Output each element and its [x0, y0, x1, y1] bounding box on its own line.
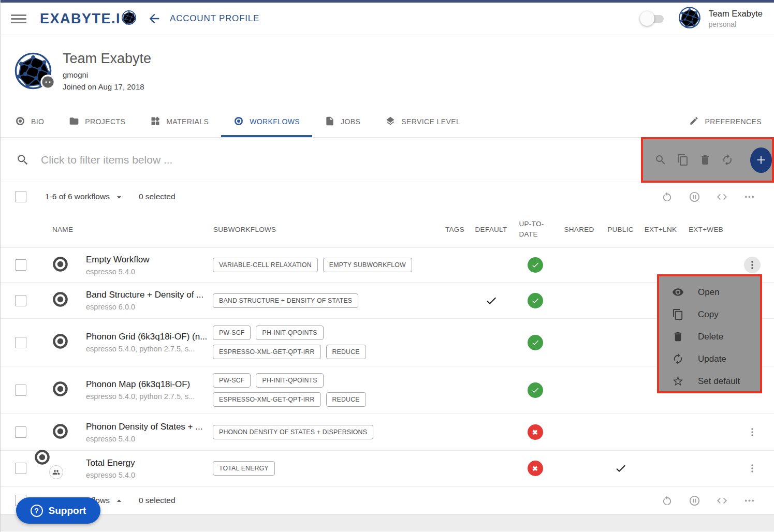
subworkflow-chip: TOTAL ENERGY [213, 461, 275, 476]
exabyte-logo[interactable]: EXABYTE.I [40, 10, 137, 27]
col-name: NAME [31, 226, 210, 233]
workflow-target-icon [31, 290, 73, 311]
col-default: DEFAULT [469, 226, 513, 233]
list-controls-bottom: 1-6 of 6 workflows 0 selected [1, 486, 774, 514]
menu-item-update[interactable]: Update [659, 348, 760, 370]
account-avatar [678, 6, 701, 31]
pagination-dropdown[interactable]: 1-6 of 6 workflows [45, 191, 124, 202]
plus-icon [754, 153, 768, 167]
support-button[interactable]: ? Support [16, 497, 100, 524]
eye-icon [671, 286, 684, 298]
workflow-details: espresso 5.4.0 [86, 435, 210, 443]
more-horiz-icon[interactable] [743, 495, 755, 507]
code-icon[interactable] [716, 191, 728, 203]
profile-avatar [14, 52, 52, 90]
subworkflow-chip: PW-SCF [213, 326, 251, 340]
row-menu-button[interactable] [747, 463, 758, 474]
search-icon[interactable] [654, 154, 667, 166]
undo-icon[interactable] [661, 495, 673, 507]
workflow-details: espresso 5.4.0, python 2.7.5, s... [86, 392, 210, 401]
menu-item-open[interactable]: Open [659, 281, 760, 303]
tab-workflows[interactable]: WORKFLOWS [221, 106, 312, 137]
col-up-to-date: UP-TO-DATE [513, 219, 557, 240]
not-up-to-date-badge: ✖ [528, 424, 543, 440]
up-to-date-badge [528, 335, 543, 350]
selected-count: 0 selected [139, 192, 176, 201]
tabs-bar: BIO PROJECTS MATERIALS WORKFLOWS JOBS SE… [1, 106, 774, 138]
preferences-button[interactable]: PREFERENCES [677, 106, 774, 137]
row-checkbox[interactable] [15, 385, 26, 396]
menu-item-copy[interactable]: Copy [659, 303, 760, 326]
undo-icon[interactable] [661, 191, 673, 203]
menu-item-label: Delete [698, 332, 723, 342]
menu-icon[interactable] [11, 14, 26, 23]
copy-icon [671, 308, 684, 320]
table-header: NAME SUBWORKFLOWS TAGS DEFAULT UP-TO-DAT… [1, 211, 774, 247]
code-icon[interactable] [716, 495, 728, 507]
workflow-name: Empty Workflow [86, 255, 210, 265]
menu-item-set-default[interactable]: Set default [659, 370, 760, 392]
tab-jobs[interactable]: JOBS [312, 106, 373, 137]
menu-item-delete[interactable]: Delete [659, 326, 760, 348]
copy-icon[interactable] [677, 154, 689, 166]
workflow-target-icon [31, 380, 73, 400]
tab-materials[interactable]: MATERIALS [138, 106, 221, 137]
profile-username: gmogni [63, 70, 151, 79]
profile-joined-date: Joined on Aug 17, 2018 [63, 82, 151, 91]
subworkflow-chip: REDUCE [326, 345, 366, 359]
table-row[interactable]: Total Energy espresso 5.4.0 TOTAL ENERGY… [1, 450, 774, 486]
table-row[interactable]: Phonon Density of States + ... espresso … [1, 413, 774, 450]
account-name: Team Exabyte [708, 9, 763, 19]
tab-label: JOBS [341, 117, 360, 126]
pencil-icon [689, 116, 699, 127]
delete-icon[interactable] [699, 154, 711, 166]
pause-icon[interactable] [689, 495, 700, 507]
default-check-icon [485, 294, 498, 307]
tab-bio[interactable]: BIO [3, 106, 56, 137]
workflow-target-icon [31, 422, 73, 442]
more-horiz-icon[interactable] [743, 191, 755, 203]
menu-item-label: Set default [698, 376, 740, 387]
row-checkbox[interactable] [15, 259, 26, 271]
row-menu-button[interactable] [744, 257, 761, 273]
row-checkbox[interactable] [15, 295, 26, 306]
back-arrow-icon[interactable] [147, 11, 162, 26]
menu-item-label: Open [698, 287, 720, 298]
add-button[interactable] [750, 147, 772, 173]
shared-group-icon [49, 465, 63, 479]
account-type: personal [708, 20, 763, 28]
subworkflow-chip: ESPRESSO-XML-GET-QPT-IRR [213, 345, 321, 359]
public-check-icon [615, 462, 627, 475]
subworkflow-chip: PH-INIT-QPOINTS [256, 373, 323, 388]
theme-toggle[interactable] [640, 11, 667, 26]
subworkflow-chip: PHONON DENSITY OF STATES + DISPERSIONS [213, 425, 373, 439]
row-menu-button[interactable] [747, 426, 758, 438]
row-checkbox[interactable] [15, 463, 26, 474]
target-icon [233, 116, 244, 128]
target-icon [15, 116, 25, 128]
select-all-checkbox[interactable] [15, 191, 26, 202]
page-title: ACCOUNT PROFILE [170, 13, 259, 24]
tab-projects[interactable]: PROJECTS [56, 106, 138, 137]
filter-input[interactable] [41, 154, 403, 166]
pause-icon[interactable] [689, 191, 700, 203]
row-checkbox[interactable] [15, 426, 26, 438]
pagination-range: 1-6 of 6 workflows [45, 192, 110, 201]
row-checkbox[interactable] [15, 337, 26, 348]
update-icon[interactable] [721, 154, 734, 166]
tab-label: WORKFLOWS [250, 117, 300, 126]
col-ext-web: EXT+WEB [681, 226, 731, 233]
account-switcher[interactable]: Team Exabyte personal [678, 6, 763, 31]
support-label: Support [49, 505, 86, 516]
highlighted-context-menu: Open Copy Delete Update Set default [657, 274, 762, 393]
more-vert-icon [747, 259, 758, 271]
tab-service-level[interactable]: SERVICE LEVEL [373, 106, 473, 137]
subworkflow-chip: PW-SCF [213, 373, 251, 388]
workflow-name: Phonon Grid (6k3q18i-OF) (n... [86, 332, 210, 342]
workflow-name: Total Energy [86, 458, 210, 468]
workflow-details: espresso 5.4.0 [86, 471, 210, 479]
workflow-name: Phonon Map (6k3q18i-OF) [86, 379, 210, 390]
face-badge-icon [40, 74, 56, 92]
file-icon [325, 116, 335, 128]
col-ext-lnk: EXT+LNK [640, 226, 681, 233]
